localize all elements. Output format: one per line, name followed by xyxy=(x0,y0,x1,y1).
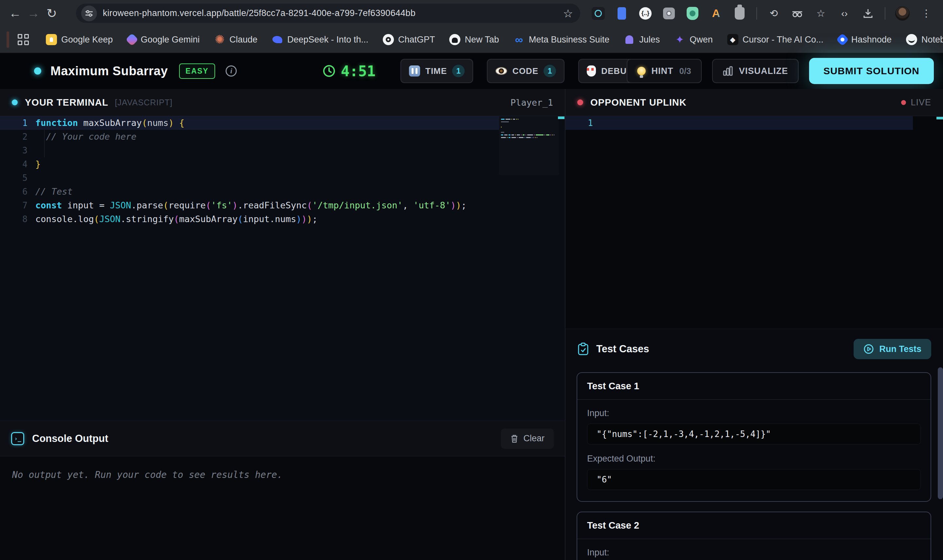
code-line-5[interactable]: 5 xyxy=(0,171,565,185)
history-icon[interactable]: ⟲ xyxy=(767,6,781,20)
code-line-3[interactable]: 3 xyxy=(0,144,565,157)
favorites-sparkle-icon[interactable]: ☆ xyxy=(814,6,828,20)
pause-icon xyxy=(409,65,420,77)
bookmark-google-keep[interactable]: Google Keep xyxy=(46,34,113,45)
dev-code-icon[interactable]: ‹› xyxy=(838,6,851,20)
difficulty-badge: EASY xyxy=(179,63,215,79)
opponent-scrollbar-thumb[interactable] xyxy=(937,117,943,119)
test-case-1-expected: "6" xyxy=(587,469,921,490)
apps-grid-icon[interactable] xyxy=(18,34,29,45)
braces-extension-icon[interactable]: {..} xyxy=(639,6,652,20)
hint-button[interactable]: HINT 0/3 xyxy=(627,59,702,83)
editor-scrollbar-thumb[interactable] xyxy=(558,117,565,119)
trash-icon xyxy=(510,434,519,443)
blue-extension-icon[interactable] xyxy=(615,6,629,20)
bookmark-claude[interactable]: ✺ Claude xyxy=(214,34,258,45)
clear-console-button[interactable]: Clear xyxy=(501,429,554,449)
opponent-line-number: 1 xyxy=(565,116,601,130)
code-line-6[interactable]: 6// Test xyxy=(0,185,565,198)
language-tag: [JAVASCRIPT] xyxy=(115,98,173,107)
incognito-icon[interactable] xyxy=(790,6,804,20)
bookmark-new-tab[interactable]: New Tab xyxy=(449,34,499,45)
bookmark-jules[interactable]: Jules xyxy=(624,34,660,45)
timer-value: 4:51 xyxy=(341,63,375,80)
qwen-icon: ✦ xyxy=(674,34,685,45)
code-line-1[interactable]: 1function maxSubArray(nums) { xyxy=(0,116,565,130)
react-devtools-icon[interactable] xyxy=(591,6,605,20)
bookmark-deepseek[interactable]: DeepSeek - Into th... xyxy=(272,34,368,45)
your-terminal-panel: YOUR TERMINAL [JAVASCRIPT] Player_1 1fun… xyxy=(0,89,565,560)
reload-icon[interactable]: ↻ xyxy=(43,4,61,23)
shield-extension-icon[interactable] xyxy=(686,6,699,20)
bookmark-cursor[interactable]: ◆ Cursor - The AI Co... xyxy=(727,34,824,45)
bookmark-star-icon[interactable]: ☆ xyxy=(563,7,573,20)
code-powerup-button[interactable]: CODE 1 xyxy=(487,59,565,83)
bookmark-qwen[interactable]: ✦ Qwen xyxy=(674,34,713,45)
site-settings-icon[interactable] xyxy=(81,6,97,21)
address-bar[interactable]: kiroween-phantom.vercel.app/battle/25f8c… xyxy=(76,4,580,23)
info-icon[interactable]: i xyxy=(225,65,237,77)
terminal-title: YOUR TERMINAL xyxy=(25,97,108,108)
chatgpt-icon xyxy=(383,34,394,45)
shield-icon xyxy=(587,65,596,77)
eye-icon xyxy=(495,67,507,75)
browser-menu-icon[interactable]: ⋮ xyxy=(920,6,933,20)
console-output: No output yet. Run your code to see resu… xyxy=(0,456,565,560)
time-powerup-count: 1 xyxy=(452,65,465,77)
bookmark-google-gemini[interactable]: Google Gemini xyxy=(127,35,200,45)
opponent-title: OPPONENT UPLINK xyxy=(590,97,687,108)
profile-avatar[interactable] xyxy=(895,6,910,21)
terminal-icon: ›_ xyxy=(11,432,24,445)
camera-extension-icon[interactable] xyxy=(662,6,676,20)
test-list-scrollbar-thumb[interactable] xyxy=(938,367,943,499)
extension-row: {..} A ⟲ ☆ ‹› ⋮ xyxy=(591,0,933,26)
back-icon[interactable]: ← xyxy=(6,4,24,23)
bookmark-notebooklm[interactable]: NotebookLM xyxy=(906,34,943,45)
cursor-icon: ◆ xyxy=(727,34,738,45)
code-editor[interactable]: 1function maxSubArray(nums) {2 // Your c… xyxy=(0,116,565,421)
hint-counter: 0/3 xyxy=(679,66,691,76)
battle-timer: 4:51 xyxy=(323,53,375,89)
console-header: ›_ Console Output Clear xyxy=(0,421,565,456)
code-lines[interactable]: 1function maxSubArray(nums) {2 // Your c… xyxy=(0,116,565,226)
puzzle-extensions-icon[interactable] xyxy=(733,6,747,20)
github-icon xyxy=(449,34,460,45)
code-line-8[interactable]: 8console.log(JSON.stringify(maxSubArray(… xyxy=(0,212,565,226)
test-case-2-card[interactable]: Test Case 2 Input: xyxy=(577,512,931,560)
visualize-button[interactable]: VISUALIZE xyxy=(712,59,799,83)
test-cases-section: Test Cases Run Tests Test Case 1 Input: … xyxy=(565,329,943,560)
toolbar-separator xyxy=(756,7,757,20)
live-indicator: LIVE xyxy=(901,97,931,108)
submit-solution-button[interactable]: SUBMIT SOLUTION xyxy=(809,58,934,84)
bookmark-meta-business[interactable]: ∞ Meta Business Suite xyxy=(513,34,610,45)
claude-icon: ✺ xyxy=(214,34,225,45)
opponent-status-dot xyxy=(577,100,583,105)
gradient-a-extension-icon[interactable]: A xyxy=(709,6,723,20)
opponent-header: OPPONENT UPLINK LIVE xyxy=(565,89,943,116)
run-tests-button[interactable]: Run Tests xyxy=(853,339,931,359)
time-powerup-button[interactable]: TIME 1 xyxy=(400,59,473,83)
test-case-1-card[interactable]: Test Case 1 Input: "{"nums":[-2,1,-3,4,-… xyxy=(577,372,931,502)
live-dot xyxy=(901,100,906,105)
forward-icon[interactable]: → xyxy=(24,4,43,23)
jules-icon xyxy=(624,34,635,45)
bookmark-hashnode[interactable]: Hashnode xyxy=(838,35,892,45)
indent-guide xyxy=(44,130,45,157)
download-icon[interactable] xyxy=(861,6,875,20)
battle-header: Maximum Subarray EASY i 4:51 TIME 1 CODE… xyxy=(0,53,943,89)
editor-minimap[interactable] xyxy=(499,116,559,175)
input-label: Input: xyxy=(587,548,921,558)
code-powerup-count: 1 xyxy=(543,65,556,77)
code-line-7[interactable]: 7const input = JSON.parse(require('fs').… xyxy=(0,198,565,212)
bookmark-chatgpt[interactable]: ChatGPT xyxy=(383,34,435,45)
bulb-icon xyxy=(637,67,646,75)
sidebar-toggle-icon[interactable] xyxy=(6,31,9,48)
powerup-bar: TIME 1 CODE 1 DEBUG 1 xyxy=(400,53,660,89)
url-text: kiroween-phantom.vercel.app/battle/25f8c… xyxy=(103,8,415,18)
bar-chart-icon xyxy=(722,66,733,76)
code-line-2[interactable]: 2 // Your code here xyxy=(0,130,565,144)
console-title: Console Output xyxy=(32,433,108,445)
opponent-panel: OPPONENT UPLINK LIVE 1 Test Cases xyxy=(565,89,943,560)
code-line-4[interactable]: 4} xyxy=(0,157,565,171)
gemini-icon xyxy=(125,33,139,46)
